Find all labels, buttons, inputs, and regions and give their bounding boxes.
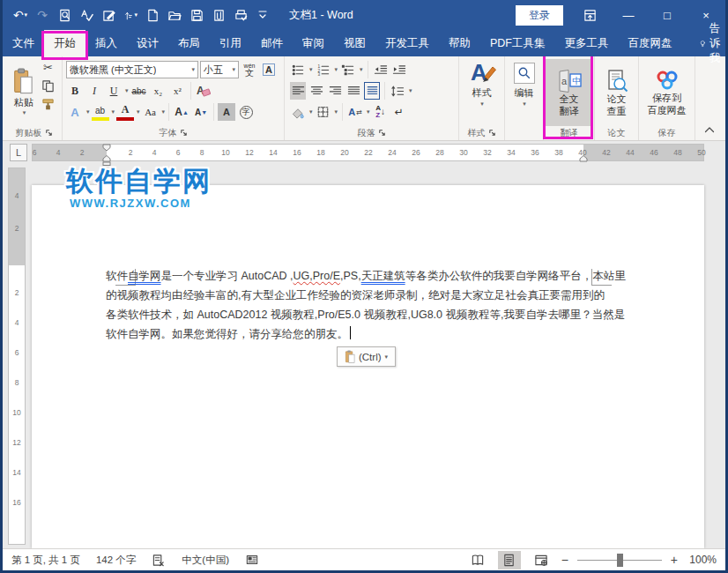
- save-icon[interactable]: [189, 8, 204, 22]
- document-text-line[interactable]: 各类软件技术，如 AutoCAD2012 视频教程,Pro/E5.0 视频教程,…: [106, 305, 596, 324]
- ribbon-tab-插入[interactable]: 插入: [85, 30, 127, 56]
- ribbon-tab-更多工具[interactable]: 更多工具: [555, 30, 619, 56]
- ribbon-tab-百度网盘[interactable]: 百度网盘: [619, 30, 682, 56]
- ribbon-tab-设计[interactable]: 设计: [127, 30, 168, 56]
- phonetic-guide-icon[interactable]: wén文: [241, 61, 258, 78]
- touch-mouse-mode-icon[interactable]: ▾: [123, 8, 137, 22]
- ribbon-tab-帮助[interactable]: 帮助: [439, 30, 480, 56]
- tell-me-tab[interactable]: 告诉我: [691, 30, 728, 56]
- decrease-indent-icon[interactable]: [373, 61, 389, 78]
- asian-layout-dropdown-icon[interactable]: ▾: [367, 108, 370, 115]
- underline-button[interactable]: U: [105, 82, 123, 100]
- zoom-in-button[interactable]: +: [671, 553, 678, 567]
- underline-dropdown-icon[interactable]: ▾: [125, 87, 129, 94]
- login-button[interactable]: 登录: [516, 5, 563, 26]
- borders-dropdown-icon[interactable]: ▾: [335, 108, 338, 115]
- email-attachment-icon[interactable]: [212, 8, 226, 22]
- sort-icon[interactable]: AZ↓: [373, 103, 389, 121]
- distribute-button[interactable]: [364, 82, 380, 100]
- qat-overflow-icon[interactable]: [256, 8, 270, 22]
- font-dialog-launcher-icon[interactable]: [180, 129, 188, 137]
- shading-dropdown-icon[interactable]: ▾: [309, 108, 313, 115]
- horizontal-ruler[interactable]: 6422468101214161820222426283032343638404…: [32, 144, 704, 161]
- strikethrough-button[interactable]: abc: [130, 82, 148, 100]
- paragraph-dialog-launcher-icon[interactable]: [378, 129, 386, 137]
- character-border-icon[interactable]: A: [260, 61, 278, 78]
- collapse-ribbon-icon[interactable]: [704, 121, 715, 137]
- editing-button[interactable]: 编辑 ▾: [505, 63, 543, 108]
- ribbon-display-options-icon[interactable]: [570, 0, 609, 30]
- copy-icon[interactable]: [41, 79, 55, 93]
- shrink-font-button[interactable]: A▼: [192, 103, 210, 121]
- paste-options-button[interactable]: (Ctrl) ▾: [337, 346, 396, 367]
- asian-layout-icon[interactable]: A⇄: [347, 103, 363, 121]
- first-line-indent-marker[interactable]: [102, 144, 111, 152]
- numbering-dropdown-icon[interactable]: ▾: [335, 66, 338, 73]
- document-text-line[interactable]: 的视频教程均由经验丰富的,有大型企业工作经验的资深老师录制，绝对是大家立足社会真…: [106, 286, 596, 305]
- redo-icon[interactable]: ↷: [35, 8, 49, 22]
- increase-indent-icon[interactable]: [391, 61, 407, 78]
- text-effects-icon[interactable]: A: [66, 103, 84, 121]
- read-mode-button[interactable]: [466, 551, 489, 569]
- multilevel-dropdown-icon[interactable]: ▾: [360, 66, 363, 73]
- font-color-icon[interactable]: A: [116, 103, 134, 121]
- ribbon-tab-视图[interactable]: 视图: [334, 30, 375, 56]
- print-preview-icon[interactable]: [57, 8, 71, 22]
- styles-button[interactable]: A 样式 ▾: [459, 59, 504, 108]
- full-text-translate-button[interactable]: a 中 全文 翻译: [546, 59, 592, 126]
- paste-button[interactable]: 粘贴 ▾: [10, 61, 38, 123]
- new-document-icon[interactable]: [145, 8, 160, 22]
- print-layout-button[interactable]: [498, 551, 521, 569]
- document-page[interactable]: [32, 185, 704, 548]
- zoom-out-button[interactable]: −: [561, 553, 568, 567]
- ribbon-tab-开发工具[interactable]: 开发工具: [375, 30, 439, 56]
- line-spacing-dropdown-icon[interactable]: ▾: [409, 87, 412, 94]
- line-spacing-icon[interactable]: [390, 82, 405, 100]
- bullets-icon[interactable]: [290, 61, 306, 78]
- open-folder-icon[interactable]: [167, 8, 182, 22]
- numbering-icon[interactable]: 123: [316, 61, 331, 78]
- page-number-status[interactable]: 第 1 页, 共 1 页: [11, 554, 80, 567]
- minimize-button[interactable]: —: [609, 0, 648, 30]
- spelling-grammar-icon[interactable]: [79, 8, 93, 22]
- tab-stop-selector[interactable]: L: [10, 144, 27, 161]
- align-left-button[interactable]: [290, 82, 306, 100]
- zoom-percentage[interactable]: 100%: [687, 554, 717, 566]
- edit-document-icon[interactable]: [101, 8, 115, 22]
- document-text-line[interactable]: 软件自学网。如果您觉得好，请分享给您的朋友。: [106, 324, 596, 344]
- change-case-button[interactable]: Aa: [142, 103, 160, 121]
- clipboard-dialog-launcher-icon[interactable]: [45, 129, 53, 137]
- highlight-dropdown-icon[interactable]: ▾: [112, 108, 115, 115]
- change-case-dropdown-icon[interactable]: ▾: [162, 108, 166, 115]
- character-shading-icon[interactable]: A: [218, 103, 235, 121]
- web-layout-button[interactable]: [530, 551, 553, 569]
- clear-formatting-icon[interactable]: A: [195, 82, 212, 100]
- document-text-line[interactable]: 软件自学网是一个专业学习 AutoCAD ,UG,Pro/E,PS,天正建筑等各…: [106, 266, 596, 286]
- word-count-status[interactable]: 142 个字: [96, 554, 136, 567]
- shading-icon[interactable]: [290, 103, 306, 121]
- input-method-icon[interactable]: [245, 554, 259, 566]
- align-right-button[interactable]: [327, 82, 343, 100]
- vertical-ruler[interactable]: 42246810121416: [8, 167, 26, 545]
- multilevel-list-icon[interactable]: [340, 61, 356, 78]
- align-center-button[interactable]: [308, 82, 324, 100]
- show-hide-marks-icon[interactable]: ↵: [391, 103, 407, 121]
- cut-icon[interactable]: ✂: [41, 61, 55, 74]
- proofing-status-icon[interactable]: [152, 554, 166, 567]
- bullets-dropdown-icon[interactable]: ▾: [309, 66, 313, 73]
- ribbon-tab-布局[interactable]: 布局: [168, 30, 210, 56]
- ribbon-tab-文件[interactable]: 文件: [3, 30, 44, 56]
- italic-button[interactable]: I: [85, 82, 103, 100]
- font-color-dropdown-icon[interactable]: ▾: [137, 108, 140, 115]
- ribbon-tab-审阅[interactable]: 审阅: [293, 30, 334, 56]
- bold-button[interactable]: B: [66, 82, 84, 100]
- ribbon-tab-引用[interactable]: 引用: [210, 30, 251, 56]
- zoom-slider[interactable]: [577, 551, 662, 569]
- ribbon-tab-邮件[interactable]: 邮件: [251, 30, 293, 56]
- format-painter-icon[interactable]: [41, 98, 55, 111]
- justify-button[interactable]: [345, 82, 361, 100]
- ribbon-tab-开始[interactable]: 开始: [44, 30, 85, 56]
- text-highlight-icon[interactable]: ab: [92, 103, 109, 121]
- paper-check-button[interactable]: 论文 查重: [597, 59, 636, 125]
- enclose-characters-icon[interactable]: 字: [237, 103, 255, 121]
